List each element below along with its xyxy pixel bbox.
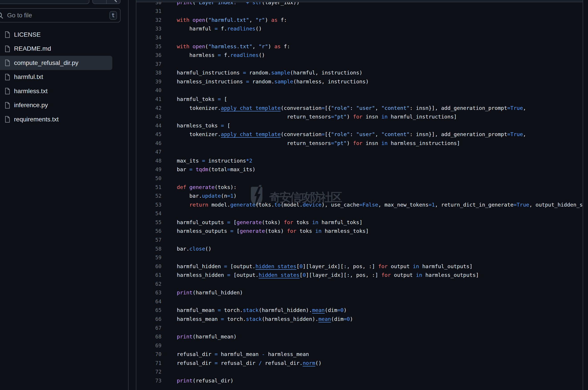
code-line: 62	[136, 280, 583, 288]
file-item[interactable]: LICENSE	[0, 28, 112, 42]
code-line: 32with open("harmful.txt", "r") as f:	[136, 16, 583, 24]
line-number[interactable]: 41	[136, 96, 161, 102]
code-text: bar.update(n=1)	[177, 193, 237, 199]
code-line: 34	[136, 33, 583, 42]
line-number[interactable]: 52	[136, 193, 161, 199]
code-text: harmful_mean = torch.stack(harmful_hidde…	[177, 307, 347, 313]
line-number[interactable]: 37	[136, 61, 161, 67]
code-line: 39harmless_instructions = random.sample(…	[136, 77, 583, 86]
line-number[interactable]: 73	[136, 378, 161, 384]
line-number[interactable]: 43	[136, 114, 161, 120]
file-icon	[4, 87, 10, 95]
sidebar-action-buttons	[92, 0, 121, 4]
code-line: 49bar = tqdm(total=max_its)	[136, 165, 583, 174]
code-text: harmless_toks = [	[177, 123, 230, 129]
file-icon	[4, 73, 10, 81]
line-number[interactable]: 44	[136, 123, 161, 129]
code-line: 31	[136, 7, 583, 16]
line-number[interactable]: 53	[136, 202, 161, 208]
go-to-file-box[interactable]: t	[0, 8, 121, 22]
line-number[interactable]: 71	[136, 360, 161, 366]
action-button-left[interactable]	[93, 0, 106, 3]
line-number[interactable]: 62	[136, 281, 161, 287]
code-text: harmful_outputs = [generate(toks) for to…	[177, 219, 362, 225]
line-number[interactable]: 36	[136, 52, 161, 58]
file-name: LICENSE	[14, 31, 41, 38]
code-line: 52 bar.update(n=1)	[136, 192, 583, 200]
code-line: 61harmless_hidden = [output.hidden_state…	[136, 271, 583, 280]
line-number[interactable]: 60	[136, 263, 161, 269]
code-text: bar.close()	[177, 246, 211, 252]
code-text: bar = tqdm(total=max_its)	[177, 166, 255, 173]
line-number[interactable]: 46	[136, 140, 161, 146]
file-icon	[4, 31, 10, 38]
line-number[interactable]: 35	[136, 44, 161, 49]
line-number[interactable]: 64	[136, 299, 161, 304]
line-number[interactable]: 45	[136, 131, 161, 137]
code-line: 60harmful_hidden = [output.hidden_states…	[136, 262, 583, 271]
code-text: harmful = f.readlines()	[177, 26, 262, 32]
code-text: harmful_toks = [	[177, 96, 227, 102]
line-number[interactable]: 33	[136, 26, 161, 32]
code-line: 67	[136, 324, 583, 332]
line-number[interactable]: 65	[136, 307, 161, 313]
go-to-file-input[interactable]	[7, 11, 109, 19]
file-item[interactable]: compute_refusal_dir.py	[0, 56, 112, 70]
line-number[interactable]: 34	[136, 35, 161, 41]
line-number[interactable]: 31	[136, 8, 161, 14]
file-item[interactable]: harmful.txt	[0, 70, 112, 84]
line-number[interactable]: 50	[136, 175, 161, 181]
file-item[interactable]: README.md	[0, 42, 112, 56]
code-line: 54	[136, 209, 583, 218]
code-text: return model.generate(toks.to(model.devi…	[177, 202, 583, 208]
code-line: 72	[136, 368, 583, 376]
code-line: 71refusal_dir = refusal_dir / refusal_di…	[136, 359, 583, 368]
line-number[interactable]: 48	[136, 158, 161, 164]
code-text: with open("harmless.txt", "r") as f:	[177, 43, 290, 49]
file-item[interactable]: harmless.txt	[0, 84, 112, 98]
line-number[interactable]: 55	[136, 219, 161, 225]
line-number[interactable]: 40	[136, 87, 161, 93]
file-item[interactable]: inference.py	[0, 98, 112, 112]
file-name: inference.py	[14, 102, 48, 109]
code-line: 46 return_tensors="pt") for insn in harm…	[136, 139, 583, 148]
action-button-right[interactable]	[106, 0, 120, 3]
line-number[interactable]: 32	[136, 17, 161, 23]
line-number[interactable]: 61	[136, 272, 161, 278]
line-number[interactable]: 70	[136, 351, 161, 357]
search-icon-fragment	[114, 0, 117, 2]
code-text: with open("harmful.txt", "r") as f:	[177, 17, 287, 23]
code-line: 56harmless_outputs = [generate(toks) for…	[136, 227, 583, 236]
line-number[interactable]: 38	[136, 70, 161, 76]
line-number[interactable]: 57	[136, 237, 161, 243]
code-line: 70refusal_dir = harmful_mean - harmless_…	[136, 350, 583, 359]
line-number[interactable]: 66	[136, 316, 161, 322]
file-icon	[4, 59, 10, 66]
window-root: { "colors":{ "bg":"#0d1117","panel-borde…	[0, 0, 588, 390]
line-number[interactable]: 58	[136, 246, 161, 252]
code-text: harmful_instructions = random.sample(har…	[177, 70, 362, 76]
code-text: harmless = f.readlines()	[177, 52, 265, 58]
branch-selector-button[interactable]	[0, 0, 89, 4]
line-number[interactable]: 56	[136, 228, 161, 234]
file-item[interactable]: requirements.txt	[0, 112, 112, 127]
line-number[interactable]: 67	[136, 325, 161, 331]
code-line: 53 return model.generate(toks.to(model.d…	[136, 200, 583, 209]
line-number[interactable]: 39	[136, 79, 161, 85]
line-number[interactable]: 63	[136, 290, 161, 295]
line-number[interactable]: 68	[136, 334, 161, 340]
line-number[interactable]: 54	[136, 211, 161, 216]
line-number[interactable]: 51	[136, 184, 161, 190]
code-line: 63print(harmful_hidden)	[136, 288, 583, 297]
line-number[interactable]: 42	[136, 105, 161, 111]
file-tree-sidebar: t LICENSEREADME.mdcompute_refusal_dir.py…	[0, 0, 129, 390]
line-number[interactable]: 72	[136, 369, 161, 375]
file-name: requirements.txt	[14, 116, 59, 123]
line-number[interactable]: 49	[136, 167, 161, 172]
code-line: 44harmless_toks = [	[136, 121, 583, 130]
code-text: return_tensors="pt") for insn in harmles…	[177, 140, 460, 146]
line-number[interactable]: 59	[136, 255, 161, 260]
code-panel: 奇安信攻防社区 30print("Layer index: " + str(la…	[136, 0, 583, 390]
line-number[interactable]: 69	[136, 343, 161, 348]
line-number[interactable]: 47	[136, 149, 161, 155]
